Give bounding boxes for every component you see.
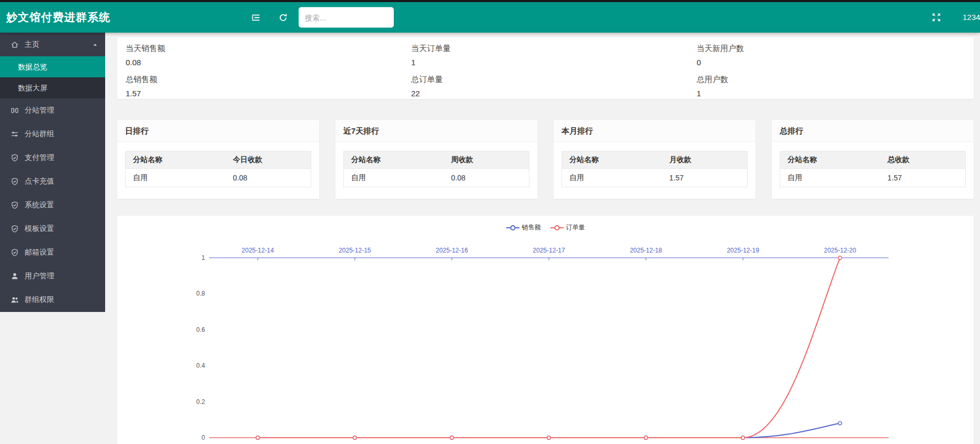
sidebar: 主页数据总览数据大屏分站管理分站群组支付管理点卡充值系统设置模板设置邮箱设置用户…: [0, 33, 105, 312]
stat-value: 1: [697, 89, 965, 98]
rank-table-cell: 0.08: [444, 169, 529, 187]
y-axis-label: 0: [201, 434, 205, 441]
rank-card-title: 日排行: [117, 120, 319, 142]
y-axis-label: 0.2: [196, 398, 205, 406]
stat-label: 当天订单量: [411, 44, 680, 54]
legend-item[interactable]: 销售额: [506, 223, 541, 232]
x-axis-top-label: 2025-12-17: [533, 247, 565, 254]
sidebar-item-link[interactable]: 主页: [0, 33, 105, 56]
chart-point: [839, 256, 842, 259]
sidebar-subitem-link[interactable]: 数据大屏: [0, 77, 105, 98]
rank-table-col-header: 分站名称: [780, 152, 881, 169]
sidebar-item-label: 群组权限: [25, 295, 54, 305]
sidebar-item-link[interactable]: 点卡充值: [0, 169, 105, 193]
rank-table-cell: 1.57: [880, 169, 965, 187]
sidebar-item: 系统设置: [0, 193, 105, 217]
rank-table-row: 自用0.08: [126, 169, 311, 187]
stat-cell: 总销售额1.57: [117, 73, 403, 98]
rank-table-col-header: 今日收款: [226, 152, 311, 169]
y-axis-label: 0.8: [196, 290, 205, 297]
rank-table-col-header: 月收款: [662, 152, 747, 169]
legend-label: 订单量: [566, 223, 585, 232]
rank-table: 分站名称今日收款自用0.08: [125, 151, 311, 187]
stat-label: 总用户数: [697, 75, 965, 85]
chevron-up-icon: [92, 42, 98, 48]
chart-point: [644, 436, 647, 439]
stat-label: 总订单量: [411, 75, 680, 85]
stat-label: 当天新用户数: [697, 44, 965, 54]
sidebar-item-link[interactable]: 支付管理: [0, 146, 105, 169]
rank-table: 分站名称周收款自用0.08: [343, 151, 529, 187]
chart-point: [547, 436, 550, 439]
sidebar-item-label: 主页: [25, 40, 39, 49]
chart-line-1: [258, 258, 840, 438]
legend-item[interactable]: 订单量: [550, 223, 585, 232]
stat-cell: 当天订单量1: [403, 42, 688, 67]
stat-value: 1: [411, 58, 680, 67]
rank-table-col-header: 周收款: [444, 152, 529, 169]
x-axis-top-label: 2025-12-18: [630, 247, 662, 254]
chart-point: [256, 436, 259, 439]
x-axis-top-label: 2025-12-14: [242, 247, 274, 254]
sidebar-item-label: 邮箱设置: [25, 248, 54, 257]
sidebar-subitem: 数据大屏: [0, 77, 105, 98]
sidebar-item-label: 点卡充值: [25, 177, 54, 186]
refresh-icon[interactable]: [274, 8, 292, 26]
stat-cell: 当天新用户数0: [688, 42, 974, 67]
search-input[interactable]: [299, 7, 394, 28]
sidebar-item: 分站管理: [0, 98, 105, 122]
sidebar-item-label: 分站群组: [25, 129, 54, 139]
legend-marker-icon: [506, 225, 519, 230]
sidebar-item-link[interactable]: 分站群组: [0, 122, 105, 146]
stat-cell: 总用户数1: [688, 73, 974, 98]
shield-check-icon: [11, 177, 19, 186]
rank-card: 日排行分站名称今日收款自用0.08: [117, 120, 319, 199]
username[interactable]: 12345: [963, 2, 980, 33]
sidebar-item: 群组权限: [0, 288, 105, 311]
rank-card-body: 分站名称月收款自用1.57: [554, 142, 756, 196]
sidebar-item: 支付管理: [0, 146, 105, 169]
stat-value: 0.08: [126, 58, 394, 67]
sidebar-item-link[interactable]: 用户管理: [0, 264, 105, 288]
sidebar-item-link[interactable]: 系统设置: [0, 193, 105, 217]
sidebar-item-label: 支付管理: [25, 153, 54, 163]
y-axis-label: 0.4: [196, 362, 205, 369]
sidebar-item: 点卡充值: [0, 169, 105, 193]
rank-table-row: 自用1.57: [562, 169, 748, 187]
x-axis-top-label: 2025-12-20: [824, 247, 856, 254]
rank-card-body: 分站名称今日收款自用0.08: [117, 142, 319, 196]
sidebar-item-link[interactable]: 分站管理: [0, 98, 105, 122]
page-title: 妙文馆付费进群系统: [6, 2, 110, 33]
legend-label: 销售额: [522, 223, 541, 232]
sidebar-item-link[interactable]: 邮箱设置: [0, 240, 105, 264]
rank-card-title: 总排行: [772, 120, 974, 142]
sidebar-item-link[interactable]: 模板设置: [0, 217, 105, 240]
rank-card: 近7天排行分站名称周收款自用0.08: [335, 120, 537, 199]
sidebar-menu: 主页数据总览数据大屏分站管理分站群组支付管理点卡充值系统设置模板设置邮箱设置用户…: [0, 33, 105, 311]
stat-label: 总销售额: [126, 75, 394, 85]
sidebar-item-link[interactable]: 群组权限: [0, 288, 105, 311]
rank-card-title: 近7天排行: [335, 120, 537, 142]
collapse-menu-icon[interactable]: [247, 8, 264, 26]
stat-cell: 总订单量22: [403, 73, 688, 98]
shield-check-icon: [11, 154, 19, 162]
rank-table-col-header: 分站名称: [562, 152, 662, 169]
rank-table-col-header: 分站名称: [126, 152, 226, 169]
rank-table-cell: 自用: [126, 169, 226, 187]
rank-table-col-header: 分站名称: [344, 152, 444, 169]
fullscreen-icon[interactable]: [927, 8, 945, 26]
sidebar-item-label: 用户管理: [25, 271, 54, 281]
y-axis-label: 1: [201, 254, 205, 261]
x-axis-top-label: 2025-12-15: [339, 247, 371, 254]
sidebar-item: 分站群组: [0, 122, 105, 146]
main-content: 当天销售额0.08当天订单量1当天新用户数0总销售额1.57总订单量22总用户数…: [105, 33, 980, 444]
sidebar-item: 用户管理: [0, 264, 105, 288]
sidebar-subitem-link[interactable]: 数据总览: [0, 56, 105, 77]
home-icon: [11, 41, 19, 49]
rank-table-header-row: 分站名称总收款: [780, 152, 966, 169]
sliders-icon: [11, 130, 19, 138]
stats-panel: 当天销售额0.08当天订单量1当天新用户数0总销售额1.57总订单量22总用户数…: [117, 37, 974, 99]
chart-legend: 销售额订单量: [117, 223, 974, 232]
rank-table: 分站名称月收款自用1.57: [562, 151, 748, 187]
stat-cell: 当天销售额0.08: [117, 42, 403, 67]
